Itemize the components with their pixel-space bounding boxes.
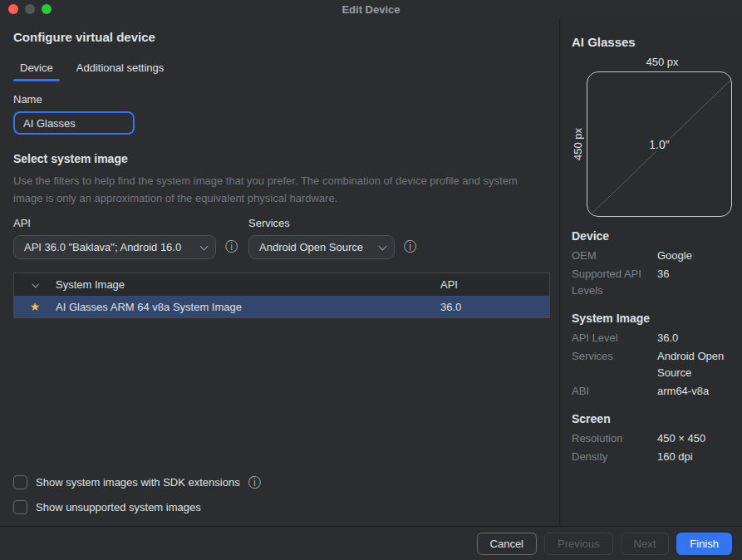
titlebar: Edit Device bbox=[0, 0, 742, 18]
chevron-down-icon bbox=[32, 281, 38, 287]
system-image-api: 36.0 bbox=[440, 301, 549, 313]
page-title: Configure virtual device bbox=[13, 30, 546, 44]
api-info-icon[interactable]: ⓘ bbox=[225, 240, 238, 253]
chevron-down-icon bbox=[379, 242, 387, 250]
filter-row: API API 36.0 "Baklava"; Android 16.0 ⓘ S… bbox=[13, 217, 546, 259]
dialog-footer: Cancel Previous Next Finish bbox=[0, 526, 742, 560]
cancel-button[interactable]: Cancel bbox=[477, 533, 537, 555]
system-image-spec-grid: API Level 36.0 Services Android Open Sou… bbox=[572, 330, 732, 400]
screen-height-label: 450 px bbox=[572, 71, 583, 217]
column-header-api[interactable]: API bbox=[440, 278, 549, 291]
system-image-name: AI Glasses ARM 64 v8a System Image bbox=[56, 301, 440, 313]
spec-value: 450 × 450 bbox=[657, 430, 732, 447]
services-dropdown[interactable]: Android Open Source bbox=[248, 235, 395, 259]
spec-value: 36 bbox=[657, 266, 732, 299]
device-summary-title: AI Glasses bbox=[572, 35, 732, 49]
tab-device[interactable]: Device bbox=[13, 58, 60, 81]
name-input[interactable] bbox=[13, 111, 135, 135]
spec-label: Services bbox=[572, 348, 657, 381]
select-system-image-heading: Select system image bbox=[13, 152, 546, 165]
unsupported-images-checkbox-label: Show unsupported system images bbox=[36, 501, 201, 513]
checkbox-group: Show system images with SDK extensions ⓘ… bbox=[13, 475, 262, 514]
unsupported-images-checkbox-row: Show unsupported system images bbox=[13, 500, 262, 514]
chevron-down-icon bbox=[200, 242, 209, 250]
previous-button: Previous bbox=[544, 533, 613, 555]
services-label: Services bbox=[248, 217, 395, 229]
window-title: Edit Device bbox=[0, 3, 742, 16]
sort-column-header[interactable] bbox=[14, 282, 56, 287]
services-filter-group: Services Android Open Source bbox=[248, 217, 395, 259]
sdk-extensions-checkbox-label: Show system images with SDK extensions bbox=[36, 476, 240, 489]
api-label: API bbox=[13, 217, 216, 229]
next-button: Next bbox=[621, 533, 670, 555]
spec-value: arm64-v8a bbox=[657, 383, 732, 400]
tab-bar: Device Additional settings bbox=[13, 58, 546, 81]
sdk-extensions-checkbox-row: Show system images with SDK extensions ⓘ bbox=[13, 475, 262, 489]
screen-section-heading: Screen bbox=[572, 412, 732, 425]
configure-pane: Configure virtual device Device Addition… bbox=[0, 18, 559, 526]
device-spec-grid: OEM Google Supported API Levels 36 bbox=[572, 248, 732, 299]
spec-value: 160 dpi bbox=[657, 449, 732, 465]
section-description: Use the filters to help find the system … bbox=[13, 172, 548, 207]
spec-value: 36.0 bbox=[657, 330, 732, 346]
spec-label: Density bbox=[572, 449, 657, 465]
sdk-extensions-info-icon[interactable]: ⓘ bbox=[248, 476, 262, 489]
spec-value: Google bbox=[657, 248, 732, 264]
screen-spec-grid: Resolution 450 × 450 Density 160 dpi bbox=[572, 430, 732, 465]
api-dropdown-value: API 36.0 "Baklava"; Android 16.0 bbox=[24, 241, 193, 253]
tab-additional-settings[interactable]: Additional settings bbox=[70, 58, 171, 81]
spec-label: OEM bbox=[572, 248, 657, 264]
table-row[interactable]: ★ AI Glasses ARM 64 v8a System Image 36.… bbox=[14, 296, 549, 317]
spec-label: API Level bbox=[572, 330, 657, 346]
finish-button[interactable]: Finish bbox=[676, 533, 732, 555]
star-icon: ★ bbox=[30, 301, 41, 312]
name-label: Name bbox=[13, 93, 546, 106]
system-image-table: System Image API ★ AI Glasses ARM 64 v8a… bbox=[13, 273, 550, 318]
edit-device-dialog: Edit Device Configure virtual device Dev… bbox=[0, 0, 742, 560]
services-dropdown-value: Android Open Source bbox=[259, 241, 371, 253]
services-info-icon[interactable]: ⓘ bbox=[404, 240, 417, 253]
device-summary-pane: AI Glasses 450 px 450 px 1.0″ Device OEM… bbox=[559, 18, 742, 526]
api-filter-group: API API 36.0 "Baklava"; Android 16.0 bbox=[13, 217, 216, 259]
spec-label: ABI bbox=[572, 383, 657, 400]
screen-width-label: 450 px bbox=[587, 56, 738, 68]
favorite-cell[interactable]: ★ bbox=[14, 301, 56, 312]
screen-diagonal-size: 1.0″ bbox=[644, 138, 674, 151]
screen-outline: 1.0″ bbox=[587, 71, 732, 217]
sdk-extensions-checkbox[interactable] bbox=[13, 475, 27, 489]
column-header-system-image[interactable]: System Image bbox=[56, 278, 440, 291]
api-dropdown[interactable]: API 36.0 "Baklava"; Android 16.0 bbox=[13, 235, 216, 259]
unsupported-images-checkbox[interactable] bbox=[13, 500, 27, 514]
system-image-section-heading: System Image bbox=[572, 312, 732, 325]
table-header-row: System Image API bbox=[14, 273, 549, 296]
screen-diagram: 450 px 450 px 1.0″ bbox=[572, 56, 732, 217]
spec-label: Supported API Levels bbox=[572, 266, 657, 299]
spec-label: Resolution bbox=[572, 430, 657, 447]
spec-value: Android Open Source bbox=[657, 348, 732, 381]
device-section-heading: Device bbox=[572, 229, 732, 243]
